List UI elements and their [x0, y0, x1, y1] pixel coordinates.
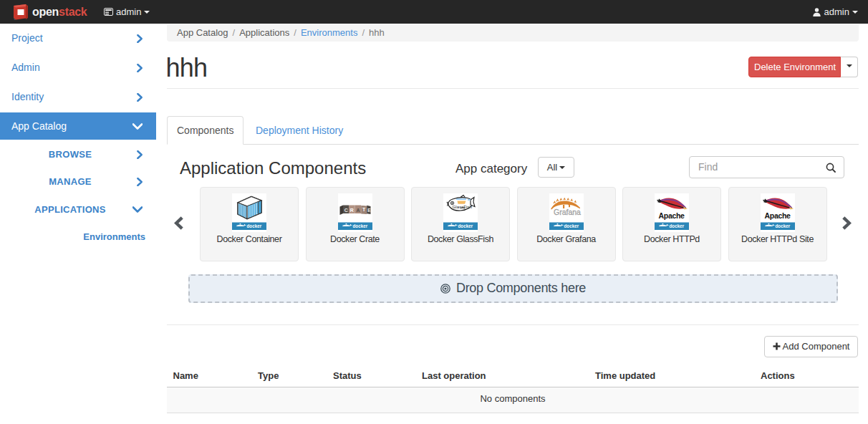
- svg-text:T: T: [362, 207, 366, 212]
- svg-text:Apache: Apache: [659, 211, 685, 219]
- svg-text:Grafana: Grafana: [554, 207, 581, 216]
- svg-text:A: A: [356, 207, 360, 212]
- svg-text:R: R: [349, 207, 353, 212]
- svg-text:GlassFish: GlassFish: [453, 203, 473, 208]
- svg-text:Apache: Apache: [764, 211, 791, 219]
- svg-text:C: C: [344, 207, 347, 212]
- svg-text:E: E: [367, 207, 371, 212]
